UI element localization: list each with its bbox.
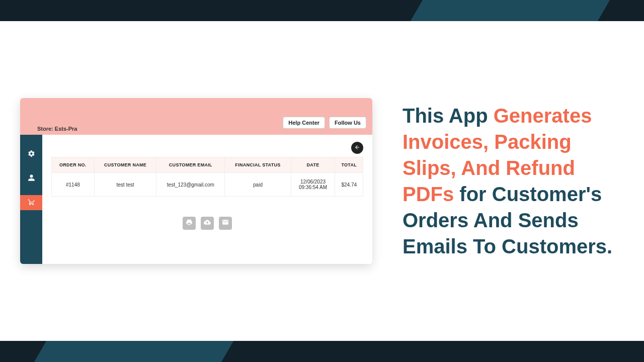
arrow-left-icon — [354, 143, 360, 152]
table-header-row: ORDER NO. CUSTOMER NAME CUSTOMER EMAIL F… — [52, 157, 363, 173]
main-panel: ORDER NO. CUSTOMER NAME CUSTOMER EMAIL F… — [42, 135, 372, 264]
print-button[interactable] — [183, 217, 196, 230]
mail-icon — [222, 219, 229, 228]
table-row[interactable]: #1148 test test test_123@gmail.com paid … — [52, 173, 363, 197]
cell-customer-email: test_123@gmail.com — [156, 173, 225, 197]
store-label: Store: Ests-Pra — [37, 126, 77, 132]
order-table: ORDER NO. CUSTOMER NAME CUSTOMER EMAIL F… — [51, 157, 363, 197]
cloud-download-icon — [204, 219, 211, 228]
cell-customer-name: test test — [94, 173, 156, 197]
follow-us-button[interactable]: Follow Us — [329, 117, 366, 129]
email-button[interactable] — [219, 217, 232, 230]
col-customer-email: CUSTOMER EMAIL — [156, 157, 225, 173]
col-total: TOTAL — [335, 157, 363, 173]
col-order-no: ORDER NO. — [52, 157, 95, 173]
help-center-button[interactable]: Help Center — [283, 117, 325, 129]
col-date: DATE — [291, 157, 335, 173]
col-customer-name: CUSTOMER NAME — [94, 157, 156, 173]
back-button[interactable] — [351, 142, 363, 154]
app-screenshot: Store: Ests-Pra Help Center Follow Us — [20, 98, 372, 264]
sidebar-item-settings[interactable] — [20, 147, 42, 162]
app-header: Store: Ests-Pra Help Center Follow Us — [20, 98, 372, 135]
download-button[interactable] — [201, 217, 214, 230]
action-icons-row — [51, 217, 363, 230]
user-icon — [28, 174, 35, 184]
sidebar — [20, 135, 42, 264]
cell-date-line1: 12/06/2023 — [294, 179, 332, 185]
marketing-text: This App Generates Invoices, Packing Sli… — [403, 103, 624, 259]
gear-icon — [28, 150, 35, 159]
sidebar-item-orders[interactable] — [20, 195, 42, 210]
marketing-part1: This App — [403, 105, 494, 127]
print-icon — [186, 219, 193, 228]
sidebar-item-users[interactable] — [20, 171, 42, 186]
content-area: Store: Ests-Pra Help Center Follow Us — [0, 21, 644, 341]
cell-order-no: #1148 — [52, 173, 95, 197]
marketing-heading: This App Generates Invoices, Packing Sli… — [403, 103, 614, 259]
col-financial-status: FINANCIAL STATUS — [225, 157, 291, 173]
cell-date-line2: 09:36:54 AM — [294, 185, 332, 190]
cell-total: $24.74 — [335, 173, 363, 197]
cell-date: 12/06/2023 09:36:54 AM — [291, 173, 335, 197]
cell-financial-status: paid — [225, 173, 291, 197]
cart-icon — [28, 198, 35, 208]
